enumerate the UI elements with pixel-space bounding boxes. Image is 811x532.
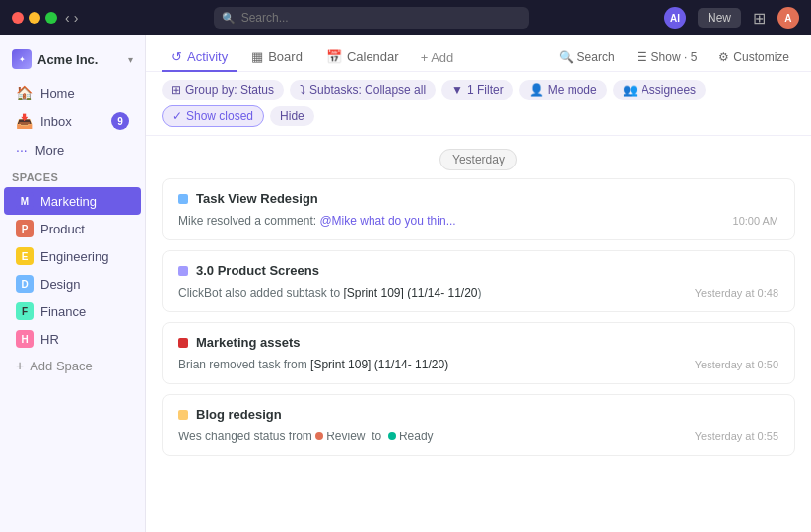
sidebar-item-engineering[interactable]: E Engineering [4, 242, 141, 270]
filter-filter[interactable]: ▼ 1 Filter [441, 80, 513, 100]
board-icon: ▦ [251, 49, 263, 64]
task-title[interactable]: Marketing assets [196, 335, 301, 350]
ai-badge: AI [664, 7, 686, 29]
filter-label: Assignees [642, 83, 696, 97]
task-color-dot [178, 338, 188, 348]
topbar-search-input[interactable] [214, 7, 529, 29]
new-button[interactable]: New [698, 8, 741, 28]
filter-label: Me mode [548, 83, 597, 97]
grid-icon[interactable]: ⊞ [753, 9, 766, 28]
task-title[interactable]: Blog redesign [196, 407, 282, 422]
to-status: Ready [388, 430, 434, 443]
activity-content: Yesterday Task View Redesign Mike resolv… [146, 136, 811, 532]
topbar: ‹ › 🔍 AI New ⊞ A [0, 0, 811, 35]
close-window-btn[interactable] [12, 12, 24, 24]
space-label: HR [40, 332, 59, 347]
brand-chevron-icon: ▾ [128, 54, 133, 65]
tab-actions: 🔍 Search ☰ Show · 5 ⚙ Customize [553, 48, 795, 66]
filter-label: Group by: Status [185, 83, 274, 97]
group-by-icon: ⊞ [171, 83, 181, 97]
tab-board[interactable]: ▦ Board [241, 43, 312, 72]
show-icon: ☰ [637, 50, 647, 64]
sidebar-item-design[interactable]: D Design [4, 270, 141, 298]
activity-message-row: ClickBot also added subtask to [Sprint 1… [178, 286, 778, 299]
activity-time: Yesterday at 0:50 [695, 359, 778, 370]
activity-icon: ↺ [171, 49, 182, 64]
sidebar-item-hr[interactable]: H HR [4, 325, 141, 353]
brand[interactable]: ✦ Acme Inc. ▾ [0, 43, 145, 79]
card-title-row: 3.0 Product Screens [178, 263, 778, 278]
activity-time: Yesterday at 0:55 [695, 431, 778, 442]
sidebar-item-product[interactable]: P Product [4, 215, 141, 242]
sidebar-item-label: Inbox [40, 114, 72, 129]
card-title-row: Task View Redesign [178, 191, 778, 206]
to-status-dot [388, 432, 396, 440]
card-title-row: Blog redesign [178, 407, 778, 422]
subtasks-icon: ⤵ [300, 83, 305, 97]
show-action-button[interactable]: ☰ Show · 5 [631, 48, 704, 66]
tab-label: Board [268, 49, 303, 64]
tab-activity[interactable]: ↺ Activity [162, 43, 237, 72]
search-action-icon: 🔍 [559, 50, 574, 64]
task-title[interactable]: 3.0 Product Screens [196, 263, 319, 278]
spaces-section-label: Spaces [0, 164, 145, 187]
card-title-row: Marketing assets [178, 335, 778, 350]
sidebar-item-marketing[interactable]: M Marketing [4, 187, 141, 215]
minimize-window-btn[interactable] [29, 12, 40, 24]
from-status: Review [315, 430, 365, 443]
activity-message: ClickBot also added subtask to [Sprint 1… [178, 286, 482, 299]
topbar-left: ‹ › [12, 10, 78, 26]
maximize-window-btn[interactable] [45, 12, 57, 24]
filter-me-mode[interactable]: 👤 Me mode [519, 80, 607, 100]
space-avatar-finance: F [16, 302, 34, 320]
sidebar-item-more[interactable]: ··· More [4, 136, 141, 164]
space-label: Product [40, 222, 85, 236]
space-avatar-hr: H [16, 330, 34, 348]
activity-time: 10:00 AM [733, 215, 778, 227]
nav-forward-btn[interactable]: › [74, 10, 79, 26]
filter-hide[interactable]: Hide [270, 106, 314, 126]
sidebar-item-inbox[interactable]: 📥 Inbox 9 [4, 106, 141, 136]
filter-icon: ▼ [451, 83, 463, 97]
sidebar-item-finance[interactable]: F Finance [4, 298, 141, 325]
filter-group-by-status[interactable]: ⊞ Group by: Status [162, 80, 284, 100]
add-space-button[interactable]: + Add Space [4, 353, 141, 378]
content-area: ↺ Activity ▦ Board 📅 Calendar + Add 🔍 Se… [146, 35, 811, 532]
search-action-button[interactable]: 🔍 Search [553, 48, 621, 66]
space-avatar-design: D [16, 275, 34, 293]
customize-icon: ⚙ [718, 50, 729, 64]
window-controls [12, 12, 57, 24]
topbar-nav: ‹ › [65, 10, 78, 26]
task-color-dot [178, 266, 188, 276]
inbox-icon: 📥 [16, 113, 33, 129]
space-avatar-marketing: M [16, 192, 34, 210]
brand-name: Acme Inc. [37, 52, 98, 67]
task-title[interactable]: Task View Redesign [196, 191, 318, 206]
filter-assignees[interactable]: 👥 Assignees [613, 80, 706, 100]
filter-label: Show closed [186, 109, 253, 123]
customize-action-button[interactable]: ⚙ Customize [712, 48, 795, 66]
space-label: Engineering [40, 249, 108, 264]
activity-message: Wes changed status from Review to Ready [178, 430, 434, 443]
activity-message-row: Brian removed task from [Sprint 109] (11… [178, 358, 778, 371]
tab-add-button[interactable]: + Add [413, 44, 462, 71]
tab-label: Activity [187, 49, 228, 64]
filter-subtasks-collapse[interactable]: ⤵ Subtasks: Collapse all [290, 80, 436, 100]
activity-message: Brian removed task from [Sprint 109] (11… [178, 358, 448, 371]
filter-show-closed[interactable]: ✓ Show closed [162, 105, 264, 127]
tab-calendar[interactable]: 📅 Calendar [316, 43, 409, 72]
topbar-right: AI New ⊞ A [664, 7, 799, 29]
sidebar-item-label: Home [40, 86, 75, 100]
nav-back-btn[interactable]: ‹ [65, 10, 70, 26]
activity-card-task-view-redesign: Task View Redesign Mike resolved a comme… [162, 178, 795, 240]
brand-icon: ✦ [12, 49, 32, 69]
activity-time: Yesterday at 0:48 [695, 287, 778, 299]
tab-label: Calendar [347, 49, 399, 64]
main-layout: ✦ Acme Inc. ▾ 🏠 Home 📥 Inbox 9 ··· More … [0, 35, 811, 532]
show-closed-icon: ✓ [172, 109, 182, 123]
user-avatar: A [777, 7, 799, 29]
sidebar-item-home[interactable]: 🏠 Home [4, 79, 141, 106]
home-icon: 🏠 [16, 85, 33, 100]
activity-message: Mike resolved a comment: @Mike what do y… [178, 214, 456, 228]
hide-label: Hide [280, 109, 304, 123]
